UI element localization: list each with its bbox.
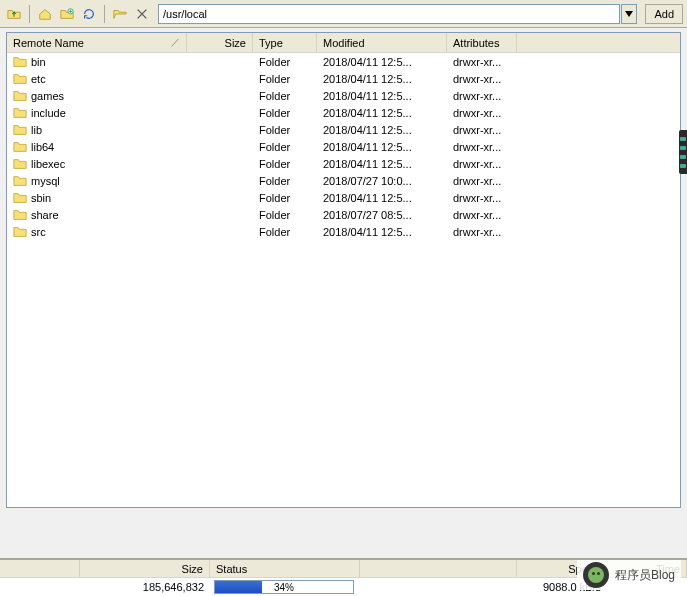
table-row[interactable]: mysqlFolder2018/07/27 10:0...drwxr-xr... — [7, 172, 680, 189]
progress-text: 34% — [215, 581, 353, 593]
file-panel: Remote Name ／ Size Type Modified Attribu… — [6, 32, 681, 508]
table-row[interactable]: gamesFolder2018/04/11 12:5...drwxr-xr... — [7, 87, 680, 104]
column-header-type[interactable]: Type — [253, 33, 317, 52]
cell-name: mysql — [7, 174, 187, 188]
cell-type: Folder — [253, 209, 317, 221]
transfer-col-name[interactable] — [0, 560, 80, 577]
cell-name: etc — [7, 72, 187, 86]
transfer-col-status[interactable]: Status — [210, 560, 360, 577]
file-name: games — [31, 90, 64, 102]
column-header-size[interactable]: Size — [187, 33, 253, 52]
folder-icon — [13, 123, 27, 137]
column-header-attributes[interactable]: Attributes — [447, 33, 517, 52]
table-row[interactable]: libFolder2018/04/11 12:5...drwxr-xr... — [7, 121, 680, 138]
separator — [104, 5, 105, 23]
file-name: lib — [31, 124, 42, 136]
folder-icon — [13, 106, 27, 120]
file-name: bin — [31, 56, 46, 68]
cell-name: sbin — [7, 191, 187, 205]
cell-attributes: drwxr-xr... — [447, 73, 517, 85]
transfer-row[interactable]: 185,646,832 34% 9088.0 kB/s — [0, 578, 687, 596]
table-row[interactable]: libexecFolder2018/04/11 12:5...drwxr-xr.… — [7, 155, 680, 172]
cell-attributes: drwxr-xr... — [447, 209, 517, 221]
cell-type: Folder — [253, 192, 317, 204]
cell-type: Folder — [253, 175, 317, 187]
up-folder-button[interactable] — [4, 4, 24, 24]
table-row[interactable]: shareFolder2018/07/27 08:5...drwxr-xr... — [7, 206, 680, 223]
add-button[interactable]: Add — [645, 4, 683, 24]
progress-bar: 34% — [214, 580, 354, 594]
cell-attributes: drwxr-xr... — [447, 90, 517, 102]
transfer-cell-status: 34% — [210, 578, 360, 596]
open-folder-button[interactable] — [110, 4, 130, 24]
transfer-col-spacer — [360, 560, 517, 577]
toolbar: Add — [0, 0, 687, 28]
cell-modified: 2018/04/11 12:5... — [317, 73, 447, 85]
folder-icon — [13, 140, 27, 154]
column-header-modified[interactable]: Modified — [317, 33, 447, 52]
transfer-col-speed[interactable]: Speed — [517, 560, 607, 577]
separator — [29, 5, 30, 23]
cell-name: lib — [7, 123, 187, 137]
cell-modified: 2018/04/11 12:5... — [317, 226, 447, 238]
table-row[interactable]: sbinFolder2018/04/11 12:5...drwxr-xr... — [7, 189, 680, 206]
file-name: src — [31, 226, 46, 238]
path-input[interactable] — [158, 4, 620, 24]
file-name: include — [31, 107, 66, 119]
cell-modified: 2018/04/11 12:5... — [317, 107, 447, 119]
table-row[interactable]: etcFolder2018/04/11 12:5...drwxr-xr... — [7, 70, 680, 87]
file-name: sbin — [31, 192, 51, 204]
folder-up-icon — [7, 7, 21, 21]
file-name: etc — [31, 73, 46, 85]
cell-name: src — [7, 225, 187, 239]
home-button[interactable] — [35, 4, 55, 24]
file-name: share — [31, 209, 59, 221]
file-column-header: Remote Name ／ Size Type Modified Attribu… — [7, 33, 680, 53]
cell-type: Folder — [253, 141, 317, 153]
folder-icon — [13, 157, 27, 171]
new-folder-icon — [60, 7, 74, 21]
cell-attributes: drwxr-xr... — [447, 226, 517, 238]
chevron-down-icon — [625, 11, 633, 17]
path-dropdown-button[interactable] — [621, 4, 637, 24]
table-row[interactable]: includeFolder2018/04/11 12:5...drwxr-xr.… — [7, 104, 680, 121]
column-header-name[interactable]: Remote Name ／ — [7, 33, 187, 52]
column-header-label: Remote Name — [13, 37, 84, 49]
transfer-col-size[interactable]: Size — [80, 560, 210, 577]
cell-name: include — [7, 106, 187, 120]
file-name: libexec — [31, 158, 65, 170]
new-folder-button[interactable] — [57, 4, 77, 24]
cell-modified: 2018/04/11 12:5... — [317, 141, 447, 153]
table-row[interactable]: srcFolder2018/04/11 12:5...drwxr-xr... — [7, 223, 680, 240]
folder-open-icon — [113, 7, 127, 21]
cell-modified: 2018/04/11 12:5... — [317, 56, 447, 68]
transfer-cell-size: 185,646,832 — [80, 581, 210, 593]
transfer-column-header: Size Status Speed Time — [0, 560, 687, 578]
cell-attributes: drwxr-xr... — [447, 192, 517, 204]
side-dock — [679, 130, 687, 174]
cell-type: Folder — [253, 226, 317, 238]
folder-icon — [13, 174, 27, 188]
close-icon — [135, 7, 149, 21]
folder-icon — [13, 225, 27, 239]
table-row[interactable]: lib64Folder2018/04/11 12:5...drwxr-xr... — [7, 138, 680, 155]
cell-name: bin — [7, 55, 187, 69]
cell-modified: 2018/07/27 08:5... — [317, 209, 447, 221]
transfer-panel: Size Status Speed Time 185,646,832 34% 9… — [0, 558, 687, 596]
transfer-col-time[interactable]: Time — [607, 560, 687, 577]
file-name: lib64 — [31, 141, 54, 153]
cell-modified: 2018/04/11 12:5... — [317, 90, 447, 102]
file-rows[interactable]: binFolder2018/04/11 12:5...drwxr-xr...et… — [7, 53, 680, 507]
cell-attributes: drwxr-xr... — [447, 56, 517, 68]
cell-name: games — [7, 89, 187, 103]
cell-name: libexec — [7, 157, 187, 171]
cell-modified: 2018/04/11 12:5... — [317, 158, 447, 170]
folder-icon — [13, 208, 27, 222]
table-row[interactable]: binFolder2018/04/11 12:5...drwxr-xr... — [7, 53, 680, 70]
cell-type: Folder — [253, 73, 317, 85]
folder-icon — [13, 89, 27, 103]
refresh-button[interactable] — [79, 4, 99, 24]
home-icon — [38, 7, 52, 21]
cell-modified: 2018/07/27 10:0... — [317, 175, 447, 187]
delete-button[interactable] — [132, 4, 152, 24]
